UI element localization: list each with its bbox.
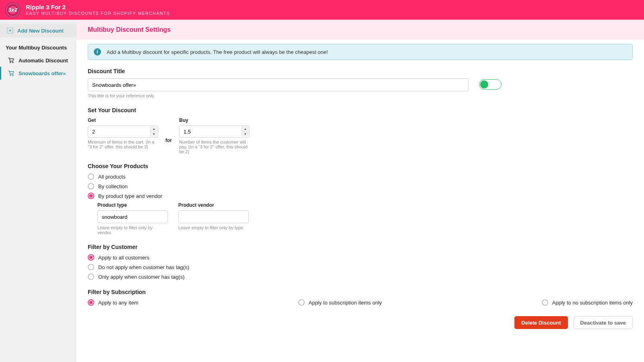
- toggle-knob: [480, 80, 488, 88]
- radio-label: Only apply when customer has tag(s): [98, 274, 185, 280]
- get-label: Get: [88, 117, 158, 123]
- get-hint: Minimum of items in the cart. (In a "3 f…: [88, 140, 158, 149]
- products-option-collection[interactable]: By collection: [88, 183, 633, 189]
- product-type-label: Product type: [97, 202, 168, 208]
- product-vendor-input[interactable]: [178, 210, 249, 223]
- stepper-down-icon[interactable]: ▼: [151, 132, 157, 137]
- add-grid-icon: [7, 27, 13, 34]
- top-header: 3x2 Ripple 3 For 2 EASY MULTIBUY DISCOUN…: [0, 0, 644, 20]
- radio-label: Apply to no subscription items only: [552, 300, 633, 306]
- radio-label: Apply to all customers: [98, 255, 149, 261]
- filter-customer-heading: Filter by Customer: [88, 244, 633, 250]
- page-title: Multibuy Discount Settings: [88, 26, 633, 33]
- radio-label: By product type and vendor: [98, 193, 162, 199]
- cart-icon: [8, 57, 14, 64]
- filter-subscription-heading: Filter by Subscription: [88, 289, 633, 295]
- svg-point-3: [10, 62, 11, 63]
- add-new-discount-button[interactable]: Add New Discount: [0, 24, 76, 37]
- svg-point-4: [12, 62, 13, 63]
- product-type-input[interactable]: [97, 210, 168, 223]
- sidebar-item-label: Snowboards offer»: [19, 70, 66, 76]
- choose-products-heading: Choose Your Products: [88, 163, 633, 169]
- radio-icon: [88, 264, 94, 270]
- sidebar-list-heading: Your Multibuy Discounts: [0, 37, 76, 54]
- stepper-down-icon[interactable]: ▼: [242, 132, 249, 137]
- product-type-hint: Leave empty to filter only by vendor.: [97, 225, 168, 235]
- stepper-up-icon[interactable]: ▲: [151, 126, 157, 132]
- discount-title-hint: This title is for your reference only.: [88, 93, 469, 98]
- brand-text: Ripple 3 For 2 EASY MULTIBUY DISCOUNTS F…: [26, 4, 170, 16]
- info-text: Add a Multibuy discount for specific pro…: [107, 49, 328, 55]
- subscription-option-any[interactable]: Apply to any item: [88, 299, 138, 306]
- buy-input[interactable]: [179, 125, 250, 138]
- subscription-option-none[interactable]: Apply to no subscription items only: [542, 299, 633, 306]
- svg-point-6: [12, 75, 13, 76]
- radio-icon: [88, 274, 94, 280]
- customer-option-only-tags[interactable]: Only apply when customer has tag(s): [88, 274, 633, 280]
- sidebar-item-snowboards[interactable]: Snowboards offer»: [0, 67, 76, 80]
- brand-logo: 3x2: [5, 2, 21, 18]
- brand-title: Ripple 3 For 2: [26, 4, 170, 11]
- set-discount-heading: Set Your Discount: [88, 107, 633, 113]
- subscription-option-only[interactable]: Apply to subscription items only: [298, 299, 382, 306]
- radio-icon: [298, 299, 305, 306]
- radio-icon: [88, 299, 94, 306]
- discount-title-input[interactable]: [88, 78, 469, 91]
- radio-label: Apply to any item: [98, 300, 138, 306]
- get-input[interactable]: [88, 125, 158, 138]
- radio-icon: [88, 254, 94, 261]
- customer-option-all[interactable]: Apply to all customers: [88, 254, 633, 261]
- for-label: for: [165, 138, 172, 143]
- product-vendor-label: Product vendor: [178, 202, 249, 208]
- buy-stepper: ▲ ▼: [242, 126, 249, 137]
- buy-label: Buy: [179, 117, 250, 123]
- buy-hint: Number of items the customer will pay. (…: [179, 140, 250, 154]
- product-vendor-hint: Leave empty to filter only by type.: [178, 225, 249, 230]
- active-toggle[interactable]: [479, 79, 502, 90]
- radio-label: By collection: [98, 183, 128, 189]
- radio-icon: [88, 173, 94, 180]
- products-option-all[interactable]: All products: [88, 173, 633, 180]
- radio-icon: [88, 183, 94, 189]
- page-title-strip: Multibuy Discount Settings: [76, 20, 644, 40]
- content-area: Multibuy Discount Settings i Add a Multi…: [76, 20, 644, 362]
- sidebar-item-label: Automatic Discount: [19, 58, 68, 64]
- radio-label: All products: [98, 174, 126, 180]
- radio-label: Do not apply when customer has tag(s): [98, 264, 189, 270]
- info-icon: i: [94, 48, 101, 56]
- add-new-discount-label: Add New Discount: [17, 28, 64, 34]
- products-option-type-vendor[interactable]: By product type and vendor: [88, 193, 633, 199]
- stepper-up-icon[interactable]: ▲: [242, 126, 249, 132]
- radio-label: Apply to subscription items only: [309, 300, 382, 306]
- get-stepper: ▲ ▼: [150, 126, 157, 137]
- brand-logo-text: 3x2: [8, 7, 17, 13]
- discount-title-heading: Discount Title: [88, 68, 633, 74]
- sidebar-item-automatic[interactable]: Automatic Discount: [0, 54, 76, 67]
- svg-point-5: [10, 75, 11, 76]
- brand-subtitle: EASY MULTIBUY DISCOUNTS FOR SHOPIFY MERC…: [26, 11, 170, 16]
- delete-discount-button[interactable]: Delete Discount: [514, 316, 568, 329]
- customer-option-exclude-tags[interactable]: Do not apply when customer has tag(s): [88, 264, 633, 270]
- info-banner: i Add a Multibuy discount for specific p…: [88, 44, 633, 60]
- radio-icon: [88, 193, 94, 199]
- sidebar: Add New Discount Your Multibuy Discounts…: [0, 20, 76, 362]
- deactivate-button[interactable]: Deactivate to save: [574, 316, 633, 329]
- radio-icon: [542, 299, 548, 306]
- cart-icon: [8, 70, 14, 76]
